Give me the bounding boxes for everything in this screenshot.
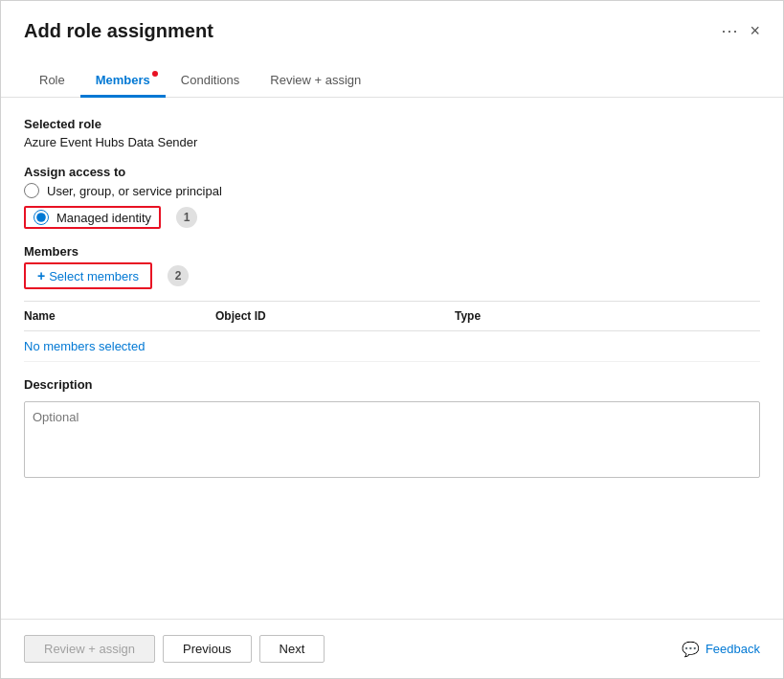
managed-identity-row: Managed identity 1 bbox=[24, 206, 760, 229]
more-icon[interactable]: ··· bbox=[721, 21, 738, 41]
review-assign-button: Review + assign bbox=[24, 635, 155, 663]
tab-review-assign[interactable]: Review + assign bbox=[255, 65, 376, 98]
table-body: No members selected bbox=[24, 331, 760, 362]
assign-access-label: Assign access to bbox=[24, 165, 760, 179]
dialog-title: Add role assignment bbox=[24, 20, 213, 42]
feedback-label: Feedback bbox=[706, 642, 760, 656]
assign-access-section: Assign access to User, group, or service… bbox=[24, 165, 760, 229]
radio-ugsp[interactable] bbox=[24, 183, 39, 198]
col-type: Type bbox=[455, 309, 760, 323]
radio-managed-identity-label: Managed identity bbox=[56, 211, 151, 225]
feedback-button[interactable]: 💬 Feedback bbox=[682, 641, 760, 658]
managed-identity-box: Managed identity bbox=[24, 206, 161, 229]
tab-conditions[interactable]: Conditions bbox=[166, 65, 255, 98]
members-label: Members bbox=[24, 244, 760, 259]
empty-message: No members selected bbox=[24, 339, 215, 353]
selected-role-value: Azure Event Hubs Data Sender bbox=[24, 135, 760, 149]
add-role-assignment-dialog: Add role assignment ··· × Role Members C… bbox=[0, 0, 784, 679]
col-name: Name bbox=[24, 309, 215, 323]
dialog-header: Add role assignment ··· × bbox=[1, 1, 783, 42]
plus-icon: + bbox=[37, 268, 45, 283]
table-header: Name Object ID Type bbox=[24, 302, 760, 331]
step-badge-2: 2 bbox=[168, 265, 189, 286]
dialog-body: Selected role Azure Event Hubs Data Send… bbox=[1, 98, 783, 619]
tab-role[interactable]: Role bbox=[24, 65, 80, 98]
radio-managed-identity[interactable] bbox=[34, 210, 49, 225]
previous-button[interactable]: Previous bbox=[163, 635, 252, 663]
selected-role-label: Selected role bbox=[24, 117, 760, 131]
select-members-label: Select members bbox=[49, 269, 139, 283]
close-icon[interactable]: × bbox=[750, 21, 760, 41]
table-empty-row: No members selected bbox=[24, 331, 760, 362]
footer-left: Review + assign Previous Next bbox=[24, 635, 325, 663]
members-dot bbox=[152, 71, 158, 77]
next-button[interactable]: Next bbox=[259, 635, 325, 663]
select-members-button[interactable]: + Select members bbox=[24, 262, 152, 289]
header-actions: ··· × bbox=[721, 21, 760, 41]
description-input[interactable] bbox=[24, 401, 760, 478]
dialog-footer: Review + assign Previous Next 💬 Feedback bbox=[1, 619, 783, 678]
footer-right: 💬 Feedback bbox=[682, 641, 760, 658]
tab-bar: Role Members Conditions Review + assign bbox=[1, 50, 783, 98]
col-object-id: Object ID bbox=[215, 309, 455, 323]
members-section: Members + Select members 2 Name Object I… bbox=[24, 244, 760, 362]
radio-ugsp-label: User, group, or service principal bbox=[47, 184, 222, 198]
tab-members[interactable]: Members bbox=[80, 65, 166, 98]
description-section: Description bbox=[24, 377, 760, 481]
members-table: Name Object ID Type No members selected bbox=[24, 301, 760, 362]
selected-role-section: Selected role Azure Event Hubs Data Send… bbox=[24, 117, 760, 149]
feedback-icon: 💬 bbox=[682, 641, 700, 658]
step-badge-1: 1 bbox=[176, 207, 197, 228]
members-row: + Select members 2 bbox=[24, 262, 760, 289]
radio-option-ugsp: User, group, or service principal bbox=[24, 183, 760, 198]
radio-option-managed-identity: Managed identity bbox=[34, 210, 151, 225]
description-label: Description bbox=[24, 377, 760, 392]
